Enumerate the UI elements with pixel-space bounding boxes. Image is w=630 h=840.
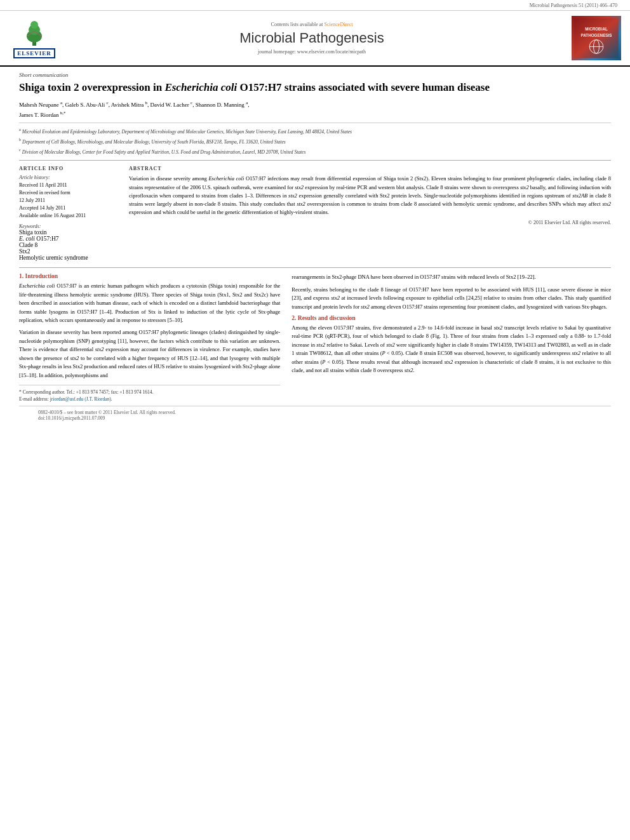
elsevier-label: ELSEVIER [13, 48, 55, 58]
intro-section-title: 1. Introduction [19, 273, 280, 279]
svg-text:PATHOGENESIS: PATHOGENESIS [581, 33, 612, 37]
email-label: E-mail address: [19, 396, 49, 402]
journal-homepage: journal homepage: www.elsevier.com/locat… [60, 49, 564, 55]
svg-point-3 [30, 21, 38, 29]
article-title: Shiga toxin 2 overexpression in Escheric… [19, 81, 611, 95]
body-content: 1. Introduction Escherichia coli O157:H7… [19, 267, 611, 403]
journal-logo: MICROBIAL PATHOGENESIS [572, 16, 621, 60]
keyword-5: Hemolytic uremic syndrome [19, 255, 117, 261]
right-paragraph-2: Recently, strains belonging to the clade… [292, 286, 611, 311]
body-right-column: rearrangements in Stx2-phage DNA have be… [292, 273, 611, 403]
sciencedirect-line: Contents lists available at ScienceDirec… [60, 22, 564, 27]
journal-logo-icon: MICROBIAL PATHOGENESIS [574, 16, 619, 60]
footer-issn: 0882-4010/$ – see front matter © 2011 El… [38, 410, 592, 415]
footnotes-section: * Corresponding author. Tel.: +1 813 974… [19, 385, 280, 403]
received-date: Received 11 April 2011 [19, 182, 117, 189]
journal-title: Microbial Pathogenesis [60, 30, 564, 46]
authors-line: Mahesh Neupane a, Galeb S. Abu-Ali c, Av… [19, 100, 611, 119]
intro-paragraph-2: Variation in disease severity has been r… [19, 328, 280, 380]
body-left-column: 1. Introduction Escherichia coli O157:H7… [19, 273, 280, 403]
affiliation-b: b Department of Cell Biology, Microbiolo… [19, 137, 611, 145]
info-abstract-section: ARTICLE INFO Article history: Received 1… [19, 160, 611, 261]
journal-citation: Microbial Pathogenesis 51 (2011) 466–470 [530, 3, 617, 8]
svg-text:MICROBIAL: MICROBIAL [585, 27, 608, 31]
keyword-4: Stx2 [19, 248, 117, 255]
journal-citation-bar: Microbial Pathogenesis 51 (2011) 466–470 [0, 0, 630, 11]
results-paragraph-1: Among the eleven O157:H7 strains, five d… [292, 324, 611, 375]
accepted-date: Accepted 14 July 2011 [19, 204, 117, 212]
elsevier-branding: ELSEVIER [9, 18, 60, 58]
affiliations: a Microbial Evolution and Epidemiology L… [19, 123, 611, 155]
svg-rect-6 [574, 18, 619, 58]
footer-doi: doi:10.1016/j.micpath.2011.07.009 [38, 415, 592, 421]
abstract-text: Variation in disease severity among Esch… [129, 175, 611, 217]
email-link[interactable]: jriordan@usf.edu (J.T. Riordan). [50, 396, 112, 402]
article-title-rest: O157:H7 strains associated with severe h… [237, 81, 490, 93]
keyword-3: Clade 8 [19, 242, 117, 248]
online-date: Available online 16 August 2011 [19, 212, 117, 220]
corresponding-author-note: * Corresponding author. Tel.: +1 813 974… [19, 389, 280, 396]
article-info-title: ARTICLE INFO [19, 166, 117, 171]
affiliation-c: c Division of Molecular Biology, Center … [19, 147, 611, 156]
journal-logo-area: MICROBIAL PATHOGENESIS [564, 16, 621, 60]
article-title-plain: Shiga toxin 2 overexpression in [19, 81, 164, 93]
revised-label: Received in revised form [19, 189, 117, 197]
copyright-notice: © 2011 Elsevier Ltd. All rights reserved… [129, 220, 611, 225]
keyword-2: E. coli O157:H7 [19, 236, 117, 242]
footer: 0882-4010/$ – see front matter © 2011 El… [19, 406, 611, 424]
revised-date: 12 July 2011 [19, 197, 117, 204]
keywords-section: Keywords: Shiga toxin E. coli O157:H7 Cl… [19, 223, 117, 261]
history-label: Article history: [19, 174, 117, 182]
elsevier-logo: ELSEVIER [13, 18, 55, 58]
affiliation-a: a Microbial Evolution and Epidemiology L… [19, 126, 611, 135]
intro-paragraph-1: Escherichia coli O157:H7 is an enteric h… [19, 282, 280, 324]
article-title-italic: Escherichia coli [164, 81, 237, 93]
article-type: Short communication [19, 72, 611, 78]
keyword-1: Shiga toxin [19, 229, 117, 236]
right-intro-continuation: rearrangements in Stx2-phage DNA have be… [292, 273, 611, 281]
journal-header: ELSEVIER Contents lists available at Sci… [0, 11, 630, 67]
article-history: Article history: Received 11 April 2011 … [19, 174, 117, 220]
abstract-title: ABSTRACT [129, 166, 611, 171]
journal-header-center: Contents lists available at ScienceDirec… [60, 22, 564, 55]
page: Microbial Pathogenesis 51 (2011) 466–470… [0, 0, 630, 840]
keywords-label: Keywords: [19, 223, 117, 229]
sciencedirect-link[interactable]: ScienceDirect [325, 22, 353, 27]
email-note: E-mail address: jriordan@usf.edu (J.T. R… [19, 396, 280, 403]
elsevier-tree-icon [18, 18, 50, 47]
abstract-column: ABSTRACT Variation in disease severity a… [129, 166, 611, 261]
content-area: Short communication Shiga toxin 2 overex… [0, 67, 630, 430]
results-section-title: 2. Results and discussion [292, 315, 611, 321]
article-info-column: ARTICLE INFO Article history: Received 1… [19, 166, 117, 261]
